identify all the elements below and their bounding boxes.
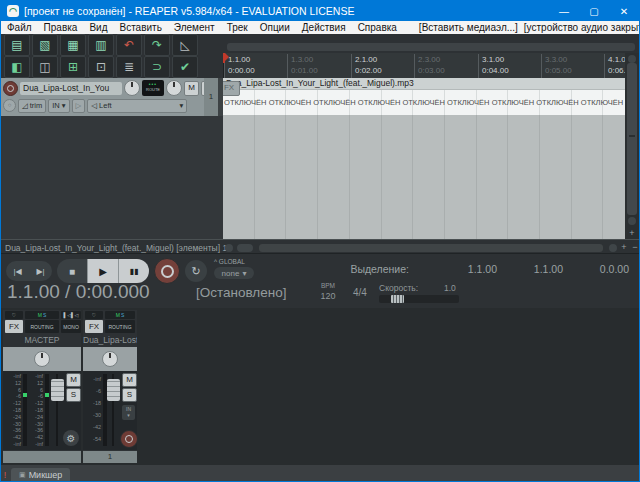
menu-item-вид[interactable]: Вид [83, 22, 113, 33]
rate-slider[interactable] [379, 295, 459, 303]
selection-value[interactable]: 1.1.00 [497, 263, 563, 275]
record-button[interactable] [154, 258, 180, 284]
master-mixer-strip[interactable]: ♡ FX MS ROUTING ▌◁▌◁ MONO МАСТЕР -inf126… [3, 310, 81, 463]
monitor-button[interactable]: ▷ [72, 99, 86, 113]
media-item-title[interactable]: Dua_Lipa-Lost_In_Your_Light_(feat._Migue… [223, 78, 625, 90]
metronome-icon[interactable]: ◺ [172, 34, 198, 56]
input-select[interactable]: ◁ Left ▾ [87, 99, 187, 113]
titlebar[interactable]: ◠ [проект не сохранён] - REAPER v5.984/x… [1, 1, 639, 21]
tcp-divider[interactable] [218, 78, 223, 116]
stop-button[interactable]: ■ [57, 259, 87, 283]
grouping-icon[interactable]: ◧ [4, 56, 30, 78]
track-routing-button[interactable]: ROUTING [105, 320, 135, 333]
trim-mode-button[interactable]: ◿ trim [18, 99, 46, 113]
go-to-start-button[interactable]: |◀ [13, 267, 21, 276]
selection-value[interactable]: 1.1.00 [431, 263, 497, 275]
master-pan-knob[interactable] [34, 351, 50, 367]
track-mixer-strip[interactable]: ♡ FX MS ROUTING Dua_Lipa-Lost -inf-6-18-… [83, 310, 137, 463]
menu-item-справка[interactable]: Справка [352, 22, 403, 33]
horizontal-scrollbar-thumb[interactable] [259, 244, 603, 252]
empty-track-area[interactable] [1, 116, 223, 239]
master-fader-thumb[interactable] [51, 379, 64, 401]
master-fader-area[interactable]: -inf126-6-12-18-24-30-36-42-inf -inf126-… [3, 371, 81, 450]
selection-value[interactable]: 0.0.00 [563, 263, 629, 275]
menu-item-трек[interactable]: Трек [221, 22, 254, 33]
save-project-icon[interactable]: ▦ [60, 34, 86, 56]
vertical-scrollbar-thumb[interactable] [627, 63, 637, 215]
loop-points-icon[interactable]: ⊃ [144, 56, 170, 78]
media-item[interactable]: Dua_Lipa-Lost_In_Your_Light_(feat._Migue… [223, 78, 625, 115]
master-fx-button[interactable]: FX [5, 320, 23, 333]
menu-item-правка[interactable]: Правка [38, 22, 84, 33]
master-mute-button[interactable]: M [66, 373, 81, 387]
tab-mixer[interactable]: ▣ Микшер [11, 468, 70, 482]
open-project-icon[interactable]: ▧ [32, 34, 58, 56]
time-signature[interactable]: 4/4 [353, 287, 367, 298]
arrange-view[interactable]: Dua_Lipa-Lost_In_Your_Light_(feat._Migue… [223, 78, 625, 246]
track-number[interactable]: 1 [83, 451, 137, 463]
scroll-up-button[interactable] [628, 55, 636, 63]
bpm-display[interactable]: BPM 120 [313, 282, 343, 301]
global-automation[interactable]: ^ GLOBAL none ▾ [214, 258, 254, 279]
track-fx-button[interactable]: FX [85, 320, 103, 333]
close-button[interactable]: ✕ [609, 1, 639, 21]
record-arm-button[interactable] [120, 430, 138, 448]
envelope-button[interactable]: ○ [3, 99, 16, 112]
mono-button[interactable]: MONO [61, 320, 81, 333]
track-number[interactable]: 1 [204, 78, 218, 116]
vertical-scrollbar[interactable]: + − [625, 53, 639, 251]
menu-item-элемент[interactable]: Элемент [168, 22, 221, 33]
envelope-points-icon[interactable]: ⊡ [88, 56, 114, 78]
volume-knob[interactable] [124, 80, 140, 96]
input-monitor-button[interactable]: IN▾ [48, 99, 69, 113]
pan-knob[interactable] [166, 80, 182, 96]
playback-position[interactable]: 1.1.00 / 0:00.000 [7, 281, 150, 303]
env-icon[interactable]: ♡ [85, 311, 103, 319]
crossfade-icon[interactable]: ◫ [32, 56, 58, 78]
media-item-body[interactable]: ОТКЛЮЧЁНОТКЛЮЧЁНОТКЛЮЧЁНОТКЛЮЧЁНОТКЛЮЧЁН… [223, 90, 625, 115]
track-fader-area[interactable]: -inf-6-18-30-42-54 M S IN▾ [83, 371, 137, 450]
pause-button[interactable]: ▮▮ [118, 259, 149, 283]
menu-item-действия[interactable]: Действия [296, 22, 352, 33]
menu-item-файл[interactable]: Файл [1, 22, 38, 33]
menu-item-вставить[interactable]: Вставить [113, 22, 167, 33]
horizontal-scrollbar[interactable] [259, 244, 603, 252]
mute-button[interactable]: M [184, 81, 199, 96]
zoom-in-button[interactable]: + [627, 228, 637, 238]
master-pan-area[interactable] [3, 347, 81, 371]
menu-item-опции[interactable]: Опции [254, 22, 296, 33]
ripple-edit-icon[interactable]: ≣ [116, 56, 142, 78]
gear-icon[interactable]: ⚙ [63, 430, 79, 446]
new-project-icon[interactable]: ▤ [4, 34, 30, 56]
hzoom-in-button[interactable]: + [619, 241, 629, 253]
record-arm-button[interactable] [3, 81, 18, 96]
minimize-button[interactable]: — [549, 1, 579, 21]
master-routing-button[interactable]: ROUTING [25, 320, 59, 333]
alert-indicator[interactable]: ! [1, 469, 9, 482]
scroll-pill-button[interactable] [237, 244, 253, 252]
maximize-button[interactable]: ▢ [579, 1, 609, 21]
project-settings-icon[interactable]: ▥ [88, 34, 114, 56]
scroll-down-button[interactable] [628, 217, 636, 225]
repeat-button[interactable]: ↻ [185, 260, 207, 282]
input-select[interactable]: IN▾ [122, 405, 135, 420]
horizontal-zoom-bar[interactable] [227, 43, 635, 51]
audio-device-status[interactable]: [устройство аудио закрыто] [524, 22, 640, 33]
grid-edit-icon[interactable]: ⊞ [60, 56, 86, 78]
scroll-right-button[interactable] [609, 244, 617, 252]
edit-cursor[interactable] [223, 53, 225, 63]
lock-icon[interactable]: ✔ [172, 56, 198, 78]
scroll-left-button[interactable] [225, 244, 233, 252]
timeline-ruler[interactable]: 1.1.000:00.001.3.000:01.002.1.000:02.002… [223, 53, 626, 78]
track-pan-area[interactable] [83, 347, 137, 371]
play-button[interactable]: ▶ [87, 259, 118, 283]
track-pan-knob[interactable] [102, 351, 118, 367]
track-mute-button[interactable]: M [122, 373, 137, 387]
menu-insert-media[interactable]: [Вставить медиаэл...] [413, 22, 524, 33]
undo-icon[interactable]: ↶ [116, 34, 142, 56]
rate-value[interactable]: 1.0 [444, 283, 456, 293]
master-solo-button[interactable]: S [66, 388, 81, 402]
track-fader-thumb[interactable] [107, 379, 120, 401]
track-name-field[interactable]: Dua_Lipa-Lost_In_You [20, 82, 122, 95]
go-to-end-button[interactable]: ▶| [36, 267, 44, 276]
